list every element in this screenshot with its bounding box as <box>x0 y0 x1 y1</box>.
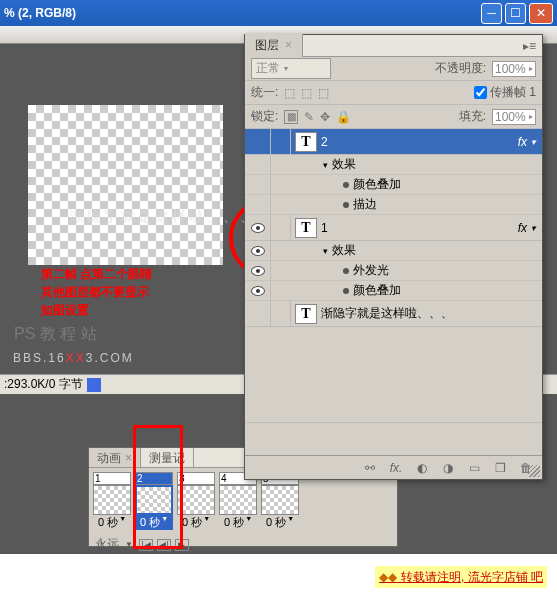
animation-frame[interactable]: 20 秒▼ <box>135 472 173 530</box>
effect-color-overlay[interactable]: 颜色叠加 <box>245 175 542 195</box>
effects-header[interactable]: ▾效果 <box>245 241 542 261</box>
lock-brush-icon[interactable]: ✎ <box>304 110 314 124</box>
reprint-notice[interactable]: ◆◆ 转载请注明, 流光字店铺 吧 <box>375 566 547 588</box>
canvas-ghost-text: 渐隐字就是这样啦、、、 <box>70 208 257 226</box>
tab-layers[interactable]: 图层× <box>245 34 303 57</box>
lock-transparent-icon[interactable]: ▩ <box>284 110 298 124</box>
animation-frame[interactable]: 10 秒▼ <box>93 472 131 530</box>
propagate-checkbox[interactable]: 传播帧 1 <box>474 84 536 101</box>
effect-color-overlay[interactable]: 颜色叠加 <box>245 281 542 301</box>
window-title: % (2, RGB/8) <box>4 6 481 20</box>
new-layer-icon[interactable]: ❐ <box>492 461 508 475</box>
frame-time[interactable]: 0 秒▼ <box>261 515 299 530</box>
propagate-check-input[interactable] <box>474 86 487 99</box>
visibility-toggle[interactable] <box>245 301 271 326</box>
layers-panel-tabs: 图层× ▸≡ <box>245 35 542 57</box>
layer-name: 渐隐字就是这样啦、、、 <box>321 305 453 322</box>
loop-select[interactable]: 永远 <box>95 536 119 553</box>
tab-animation[interactable]: 动画× <box>89 448 141 467</box>
unify-style-icon[interactable]: ⬚ <box>318 86 329 100</box>
status-text: :293.0K/0 字节 <box>4 376 83 393</box>
frame-time[interactable]: 0 秒▼ <box>135 515 173 530</box>
tab-close-icon[interactable]: × <box>125 451 132 465</box>
window-controls: ─ ☐ ✕ <box>481 3 553 24</box>
lock-label: 锁定: <box>251 108 278 125</box>
frame-number: 3 <box>177 472 215 485</box>
unify-pos-icon[interactable]: ⬚ <box>284 86 295 100</box>
animation-frame[interactable]: 40 秒▼ <box>219 472 257 530</box>
fx-menu-icon[interactable]: fx. <box>388 461 404 475</box>
effect-name: 颜色叠加 <box>353 176 401 193</box>
close-button[interactable]: ✕ <box>529 3 553 24</box>
frame-time[interactable]: 0 秒▼ <box>177 515 215 530</box>
layer-item-1[interactable]: T 1 fx▾ <box>245 215 542 241</box>
lock-all-icon[interactable]: 🔒 <box>336 110 351 124</box>
link-layers-icon[interactable]: ⚯ <box>362 461 378 475</box>
visibility-toggle[interactable] <box>245 155 271 174</box>
fill-label: 填充: <box>459 108 486 125</box>
panel-menu-icon[interactable]: ▸≡ <box>517 37 542 55</box>
visibility-toggle[interactable] <box>245 241 271 260</box>
watermark-pre: BBS.16 <box>13 351 66 365</box>
unify-vis-icon[interactable]: ⬚ <box>301 86 312 100</box>
visibility-toggle[interactable] <box>245 281 271 300</box>
watermark-post: 3.COM <box>86 351 134 365</box>
window-titlebar: % (2, RGB/8) ─ ☐ ✕ <box>0 0 557 26</box>
layer-list-empty <box>245 327 542 423</box>
effect-outer-glow[interactable]: 外发光 <box>245 261 542 281</box>
lock-fill-row: 锁定: ▩ ✎ ✥ 🔒 填充: 100%▸ <box>245 105 542 129</box>
play-button[interactable]: ▶ <box>175 539 189 551</box>
visibility-toggle[interactable] <box>245 129 271 154</box>
fx-badge[interactable]: fx▾ <box>518 221 536 235</box>
maximize-button[interactable]: ☐ <box>505 3 526 24</box>
adjustment-icon[interactable]: ◑ <box>440 461 456 475</box>
eye-icon <box>251 246 265 256</box>
effect-name: 外发光 <box>353 262 389 279</box>
canvas-checkerboard <box>28 105 223 265</box>
prev-frame-button[interactable]: ◀| <box>157 539 171 551</box>
minimize-button[interactable]: ─ <box>481 3 502 24</box>
eye-icon <box>251 223 265 233</box>
text-layer-icon: T <box>295 218 317 238</box>
layer-list: T 2 fx▾ ▾效果 颜色叠加 描边 T 1 fx▾ ▾效果 <box>245 129 542 423</box>
opacity-label: 不透明度: <box>435 60 486 77</box>
visibility-toggle[interactable] <box>245 261 271 280</box>
visibility-toggle[interactable] <box>245 175 271 194</box>
frame-thumbnail <box>219 485 257 515</box>
lock-move-icon[interactable]: ✥ <box>320 110 330 124</box>
visibility-toggle[interactable] <box>245 215 271 240</box>
animation-frame[interactable]: 50 秒▼ <box>261 472 299 530</box>
frame-number: 2 <box>135 472 173 485</box>
text-layer-icon: T <box>295 304 317 324</box>
fill-spinner[interactable]: 100%▸ <box>492 109 536 125</box>
diamond-icon: ◆◆ <box>379 570 397 584</box>
link-column <box>271 301 291 326</box>
layer-item-2[interactable]: T 2 fx▾ <box>245 129 542 155</box>
note-line: 如图设置 <box>41 301 152 319</box>
layer-name: 1 <box>321 221 328 235</box>
group-icon[interactable]: ▭ <box>466 461 482 475</box>
note-line: 第二帧 点第二个眼睛 <box>41 265 152 283</box>
animation-frame[interactable]: 30 秒▼ <box>177 472 215 530</box>
status-arrow-icon[interactable] <box>87 378 101 392</box>
fx-badge[interactable]: fx▾ <box>518 135 536 149</box>
frame-thumbnail <box>93 485 131 515</box>
tab-measure[interactable]: 测量记 <box>141 448 194 467</box>
frame-time[interactable]: 0 秒▼ <box>219 515 257 530</box>
frame-time[interactable]: 0 秒▼ <box>93 515 131 530</box>
tab-close-icon[interactable]: × <box>285 38 292 52</box>
effect-stroke[interactable]: 描边 <box>245 195 542 215</box>
effect-name: 描边 <box>353 196 377 213</box>
playback-controls: |◀ ◀| ▶ <box>139 539 189 551</box>
visibility-toggle[interactable] <box>245 195 271 214</box>
effects-header[interactable]: ▾效果 <box>245 155 542 175</box>
frame-thumbnail <box>177 485 215 515</box>
layer-item-text[interactable]: T 渐隐字就是这样啦、、、 <box>245 301 542 327</box>
resize-handle-icon[interactable] <box>528 465 540 477</box>
text-layer-icon: T <box>295 132 317 152</box>
first-frame-button[interactable]: |◀ <box>139 539 153 551</box>
mask-icon[interactable]: ◐ <box>414 461 430 475</box>
effects-label: 效果 <box>332 242 356 259</box>
blend-mode-select[interactable]: 正常▾ <box>251 58 331 79</box>
opacity-spinner[interactable]: 100%▸ <box>492 61 536 77</box>
